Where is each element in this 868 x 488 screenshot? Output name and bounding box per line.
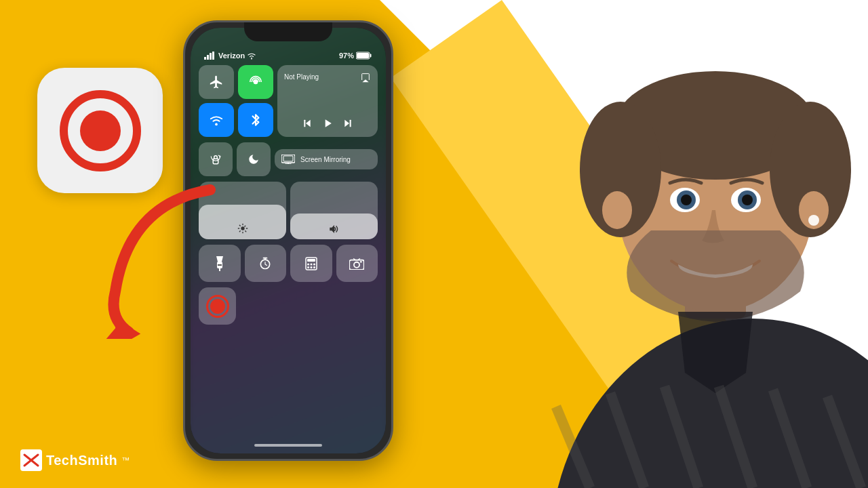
svg-rect-4	[212, 52, 214, 60]
now-playing-controls	[284, 117, 371, 130]
signal-icon	[204, 52, 216, 60]
svg-rect-3	[210, 53, 212, 60]
cc-quick-buttons	[199, 65, 273, 137]
status-left: Verizon	[204, 52, 256, 60]
record-icon-ring	[60, 90, 141, 171]
volume-icon	[328, 224, 340, 234]
wifi-status-icon	[247, 52, 256, 60]
svg-point-27	[310, 266, 312, 268]
battery-percent: 97%	[339, 52, 354, 60]
brightness-icon	[237, 223, 248, 234]
svg-point-25	[313, 263, 315, 265]
orientation-lock-btn[interactable]	[199, 142, 233, 176]
now-playing-header: Not Playing	[284, 72, 371, 83]
now-playing-panel: Not Playing	[277, 65, 378, 137]
airplay-icon[interactable]	[360, 72, 371, 83]
techsmith-icon	[20, 449, 42, 471]
wifi-btn[interactable]	[199, 103, 234, 137]
techsmith-trademark: ™	[121, 455, 130, 465]
techsmith-logo: TechSmith ™	[20, 449, 130, 471]
record-icon-dot	[80, 110, 121, 151]
battery-icon	[356, 52, 372, 60]
svg-point-26	[307, 266, 309, 268]
svg-rect-1	[204, 57, 206, 60]
phone-notch	[244, 22, 332, 41]
cellular-btn[interactable]	[238, 65, 273, 99]
svg-point-9	[215, 123, 218, 126]
bluetooth-btn[interactable]	[238, 103, 273, 137]
volume-slider[interactable]	[290, 182, 378, 239]
status-right: 97%	[339, 52, 372, 60]
airplane-mode-btn[interactable]	[199, 65, 234, 99]
svg-point-23	[307, 263, 309, 265]
svg-rect-29	[349, 260, 364, 269]
screen-mirror-icon	[281, 155, 295, 164]
calculator-btn[interactable]	[290, 245, 332, 282]
cc-mid-row: Screen Mirroring	[199, 142, 378, 176]
next-btn[interactable]	[342, 118, 353, 129]
app-icon	[37, 68, 163, 193]
screen-mirroring-btn[interactable]: Screen Mirroring	[275, 149, 378, 169]
do-not-disturb-btn[interactable]	[237, 142, 271, 176]
arrow	[88, 183, 237, 339]
carrier-name: Verizon	[218, 52, 245, 60]
svg-point-31	[360, 260, 362, 262]
screen-mirroring-label: Screen Mirroring	[300, 156, 351, 163]
svg-rect-2	[207, 55, 209, 60]
techsmith-brand-name: TechSmith	[46, 453, 117, 468]
svg-rect-14	[283, 156, 293, 161]
svg-point-15	[241, 226, 244, 230]
svg-rect-12	[213, 159, 218, 164]
svg-rect-22	[307, 259, 315, 262]
main-content: Verizon 97%	[0, 0, 868, 488]
home-indicator	[254, 444, 322, 447]
svg-point-24	[310, 263, 312, 265]
now-playing-label: Not Playing	[284, 73, 319, 81]
svg-rect-11	[350, 120, 351, 127]
svg-rect-7	[370, 54, 372, 58]
cc-top-section: Not Playing	[199, 65, 378, 137]
prev-btn[interactable]	[302, 118, 313, 129]
play-btn[interactable]	[321, 117, 334, 130]
camera-btn[interactable]	[336, 245, 378, 282]
svg-point-30	[354, 262, 359, 267]
timer-btn[interactable]	[245, 245, 287, 282]
status-bar: Verizon 97%	[199, 52, 378, 60]
svg-rect-6	[357, 53, 369, 58]
svg-point-28	[313, 266, 315, 268]
svg-rect-10	[304, 120, 305, 127]
